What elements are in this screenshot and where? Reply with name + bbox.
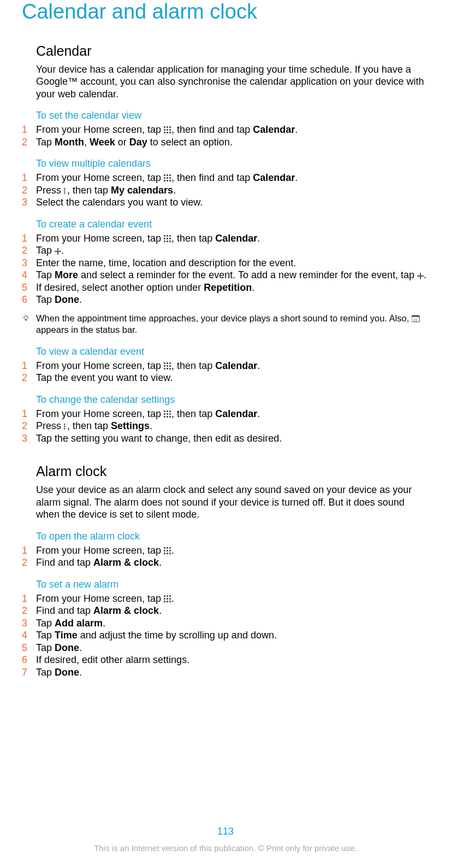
text: Tap [36, 667, 55, 678]
step-number: 2 [22, 420, 36, 432]
text: . [295, 124, 298, 135]
steps-set-view: 1 From your Home screen, tap , then find… [36, 124, 429, 148]
step-number: 2 [22, 556, 36, 569]
text: When the appointment time approaches, yo… [36, 313, 412, 323]
text-bold: Calendar [253, 124, 295, 135]
text: Find and tap [36, 557, 93, 568]
subhead-settings: To change the calendar settings [36, 394, 429, 406]
text: Tap [36, 269, 55, 280]
step-body: Tap More and select a reminder for the e… [36, 269, 429, 281]
step-number: 3 [22, 257, 36, 269]
section-calendar: Calendar [36, 43, 429, 59]
step: 3 Tap Add alarm. [36, 617, 429, 630]
step-body: From your Home screen, tap , then tap Ca… [36, 232, 429, 245]
step-number: 2 [22, 605, 36, 617]
step: 2 Find and tap Alarm & clock. [36, 556, 429, 569]
text: , then tap [67, 185, 111, 196]
text: , then tap [171, 408, 215, 419]
steps-set-alarm: 1 From your Home screen, tap . 2 Find an… [36, 593, 429, 679]
text: Tap [36, 294, 55, 305]
content-column: Calendar Your device has a calendar appl… [36, 43, 429, 678]
subhead-open-alarm: To open the alarm clock [36, 531, 429, 542]
step-number: 3 [22, 432, 36, 445]
text-bold: Alarm & clock [93, 605, 159, 616]
step: 1 From your Home screen, tap , then find… [36, 124, 429, 136]
text: . [103, 618, 105, 629]
alarm-intro: Use your device as an alarm clock and se… [36, 484, 429, 521]
section-alarm: Alarm clock [36, 464, 429, 479]
text-bold: Alarm & clock [93, 557, 159, 568]
page-number: 113 [0, 826, 451, 837]
step-number: 1 [22, 232, 36, 245]
text: . [79, 294, 82, 305]
calendar-31-icon [412, 314, 420, 322]
step-number: 1 [22, 124, 36, 136]
steps-multi: 1 From your Home screen, tap , then find… [36, 172, 429, 209]
step-number: 1 [22, 172, 36, 184]
page: Calendar and alarm clock Calendar Your d… [0, 0, 451, 868]
text: From your Home screen, tap [36, 360, 164, 371]
text-bold: Done [55, 294, 79, 305]
apps-icon [164, 547, 171, 555]
step: 5 If desired, select another option unde… [36, 281, 429, 294]
step: 1 From your Home screen, tap , then tap … [36, 232, 429, 245]
step: 2 Tap Month, Week or Day to select an op… [36, 136, 429, 149]
step-body: Find and tap Alarm & clock. [36, 556, 429, 569]
text: , then tap [171, 360, 215, 371]
step: 6 Tap Done. [36, 294, 429, 306]
text: . [79, 667, 82, 678]
steps-settings: 1 From your Home screen, tap , then tap … [36, 408, 429, 445]
step-body: If desired, select another option under … [36, 281, 429, 294]
step-number: 1 [22, 593, 36, 605]
text-bold: Month [55, 137, 84, 148]
text-bold: Done [55, 667, 79, 678]
text-bold: Done [55, 642, 79, 653]
step: 2 Tap the event you want to view. [36, 372, 429, 384]
step: 1 From your Home screen, tap . [36, 593, 429, 605]
step-body: From your Home screen, tap . [36, 593, 429, 605]
step: 5 Tap Done. [36, 642, 429, 654]
steps-create: 1 From your Home screen, tap , then tap … [36, 232, 429, 306]
text: . [61, 245, 64, 256]
text-bold: Day [129, 137, 147, 148]
text-bold: Time [55, 630, 78, 641]
step-number: 5 [22, 642, 36, 654]
text: and select a reminder for the event. To … [78, 269, 417, 280]
text-bold: Calendar [215, 233, 257, 244]
text: Tap [36, 137, 55, 148]
text: and adjust the time by scrolling up and … [78, 630, 277, 641]
step-number: 2 [22, 184, 36, 197]
text: or [115, 137, 129, 148]
text: . [424, 269, 426, 280]
step-body: Tap . [36, 244, 429, 257]
text: . [79, 642, 82, 653]
apps-icon [164, 362, 171, 370]
text: Press [36, 420, 64, 431]
text: . [159, 605, 162, 616]
step: 4 Tap Time and adjust the time by scroll… [36, 629, 429, 642]
step-number: 5 [22, 281, 36, 294]
step: 3 Select the calendars you want to view. [36, 196, 429, 209]
text: , then tap [171, 233, 215, 244]
apps-icon [164, 595, 171, 603]
text: . [257, 233, 260, 244]
step-body: Tap Time and adjust the time by scrollin… [36, 629, 429, 642]
apps-icon [164, 174, 171, 182]
text: . [252, 282, 254, 293]
step: 2 Press , then tap Settings. [36, 420, 429, 432]
text: From your Home screen, tap [36, 124, 164, 135]
text: , then find and tap [171, 172, 253, 183]
step: 3 Tap the setting you want to change, th… [36, 432, 429, 445]
plus-icon [417, 273, 424, 279]
step-body: Tap Month, Week or Day to select an opti… [36, 136, 429, 149]
step-body: Tap Add alarm. [36, 617, 429, 630]
step-body: Press , then tap Settings. [36, 420, 429, 432]
step-body: From your Home screen, tap , then tap Ca… [36, 408, 429, 420]
apps-icon [164, 126, 171, 134]
tip-body: When the appointment time approaches, yo… [36, 313, 429, 336]
subhead-multi: To view multiple calendars [36, 158, 429, 169]
subhead-create: To create a calendar event [36, 219, 429, 230]
step-number: 3 [22, 196, 36, 209]
text-bold: Repetition [204, 282, 252, 293]
step-body: Enter the name, time, location and descr… [36, 257, 429, 269]
